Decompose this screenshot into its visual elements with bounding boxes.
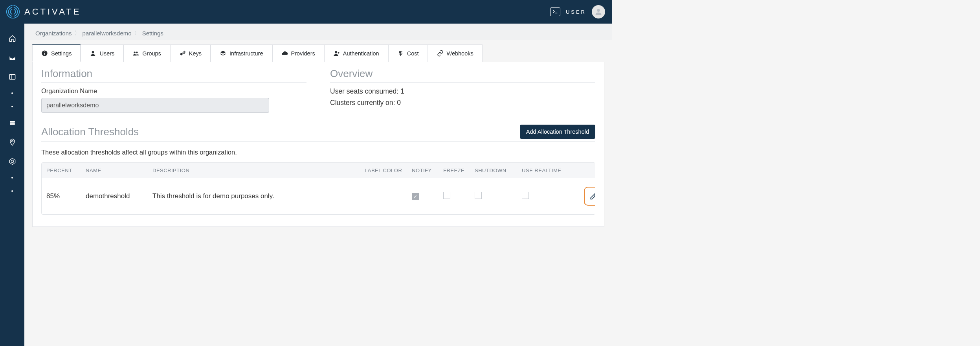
group-icon xyxy=(132,50,139,57)
svg-point-7 xyxy=(11,140,13,142)
chevron-right-icon: 〉 xyxy=(74,29,80,37)
tabs: Settings Users Groups Keys Infrastructur… xyxy=(32,44,612,62)
cell-notify: ✓ xyxy=(412,192,443,200)
svg-rect-11 xyxy=(44,53,45,55)
svg-point-16 xyxy=(180,53,183,55)
tab-cost[interactable]: Cost xyxy=(388,44,428,62)
col-freeze: FREEZE xyxy=(443,167,475,173)
tab-label: Authentication xyxy=(343,50,379,57)
edit-button[interactable] xyxy=(584,187,595,206)
freeze-checkbox[interactable] xyxy=(443,192,450,199)
chevron-right-icon: 〉 xyxy=(134,29,140,37)
cell-name: demothreshold xyxy=(86,192,152,200)
sidebar-dot[interactable] xyxy=(11,92,13,94)
svg-point-9 xyxy=(11,160,13,162)
svg-point-3 xyxy=(597,9,600,12)
pin-icon[interactable] xyxy=(9,138,16,146)
panel-icon[interactable] xyxy=(9,73,16,81)
avatar[interactable] xyxy=(592,5,605,18)
info-icon xyxy=(41,50,48,57)
svg-point-17 xyxy=(335,51,337,53)
tab-label: Users xyxy=(99,50,114,57)
cloud-icon xyxy=(281,50,288,57)
sidebar-dot[interactable] xyxy=(11,177,13,179)
allocation-description: These allocation thresholds affect all g… xyxy=(41,149,595,156)
row-actions xyxy=(573,187,595,206)
cell-description: This threshold is for demo purposes only… xyxy=(152,192,365,200)
allocation-header: Allocation Thresholds Add Allocation Thr… xyxy=(41,125,595,142)
information-title: Information xyxy=(41,68,306,83)
brand: ACTIVATE xyxy=(6,4,81,19)
col-percent: PERCENT xyxy=(46,167,86,173)
overview-clusters: Clusters currently on: 0 xyxy=(330,99,595,107)
org-name-input[interactable] xyxy=(41,98,269,113)
svg-marker-8 xyxy=(9,158,15,165)
tab-label: Providers xyxy=(291,50,315,57)
org-name-label: Organization Name xyxy=(41,87,306,95)
breadcrumb: Organizations 〉 parallelworksdemo 〉 Sett… xyxy=(24,24,612,40)
sidebar-dot[interactable] xyxy=(11,106,13,107)
col-description: DESCRIPTION xyxy=(152,167,365,173)
table-header-row: PERCENT NAME DESCRIPTION LABEL COLOR NOT… xyxy=(42,163,595,178)
svg-rect-5 xyxy=(10,121,15,123)
tab-infrastructure[interactable]: Infrastructure xyxy=(211,44,272,62)
settings-panel: Information Organization Name Overview U… xyxy=(32,62,604,227)
svg-point-14 xyxy=(134,52,136,53)
tab-groups[interactable]: Groups xyxy=(123,44,170,62)
col-name: NAME xyxy=(86,167,152,173)
tab-authentication[interactable]: Authentication xyxy=(324,44,388,62)
key-icon xyxy=(179,50,186,57)
breadcrumb-item[interactable]: parallelworksdemo xyxy=(80,29,134,37)
tab-label: Keys xyxy=(189,50,202,57)
col-shutdown: SHUTDOWN xyxy=(475,167,522,173)
sidebar xyxy=(0,24,24,227)
kubernetes-icon[interactable] xyxy=(9,158,16,165)
dollar-icon xyxy=(397,50,404,57)
shutdown-checkbox[interactable] xyxy=(475,192,482,199)
overview-section: Overview User seats consumed: 1 Clusters… xyxy=(330,68,595,113)
overview-seats: User seats consumed: 1 xyxy=(330,87,595,96)
tab-label: Settings xyxy=(51,50,72,57)
user-icon xyxy=(90,50,96,57)
tab-webhooks[interactable]: Webhooks xyxy=(428,44,483,62)
svg-point-15 xyxy=(136,52,138,53)
svg-point-12 xyxy=(44,52,45,52)
breadcrumb-item[interactable]: Organizations xyxy=(33,29,74,37)
cell-freeze xyxy=(443,192,475,201)
svg-rect-4 xyxy=(9,74,15,79)
terminal-button[interactable] xyxy=(550,7,560,16)
use-realtime-checkbox[interactable] xyxy=(522,192,529,199)
tab-label: Groups xyxy=(142,50,161,57)
main-area: Organizations 〉 parallelworksdemo 〉 Sett… xyxy=(24,24,612,227)
tab-keys[interactable]: Keys xyxy=(170,44,211,62)
col-notify: NOTIFY xyxy=(412,167,443,173)
add-allocation-threshold-button[interactable]: Add Allocation Threshold xyxy=(520,125,595,139)
col-use-realtime: USE REALTIME xyxy=(522,167,573,173)
brand-logo-icon xyxy=(6,4,20,19)
tab-label: Webhooks xyxy=(447,50,473,57)
cell-use-realtime xyxy=(522,192,573,201)
user-label[interactable]: USER xyxy=(566,9,586,15)
information-section: Information Organization Name xyxy=(41,68,306,113)
tab-users[interactable]: Users xyxy=(81,44,123,62)
layers-icon xyxy=(220,50,226,57)
threshold-table: PERCENT NAME DESCRIPTION LABEL COLOR NOT… xyxy=(41,162,595,215)
tab-providers[interactable]: Providers xyxy=(272,44,324,62)
server-icon[interactable] xyxy=(9,119,16,127)
svg-point-13 xyxy=(92,51,94,53)
inbox-icon[interactable] xyxy=(9,54,16,61)
link-icon xyxy=(437,50,444,57)
svg-rect-6 xyxy=(10,123,15,125)
user-block: USER xyxy=(550,5,605,18)
tab-settings[interactable]: Settings xyxy=(32,44,81,62)
person-plus-icon xyxy=(333,50,340,57)
cell-shutdown xyxy=(475,192,522,201)
overview-title: Overview xyxy=(330,68,595,83)
home-icon[interactable] xyxy=(9,35,16,42)
brand-name: ACTIVATE xyxy=(24,7,81,17)
breadcrumb-item[interactable]: Settings xyxy=(140,29,166,37)
table-row: 85% demothreshold This threshold is for … xyxy=(42,178,595,214)
sidebar-dot[interactable] xyxy=(11,190,13,192)
allocation-title: Allocation Thresholds xyxy=(41,126,139,138)
notify-checkbox[interactable]: ✓ xyxy=(412,193,419,200)
